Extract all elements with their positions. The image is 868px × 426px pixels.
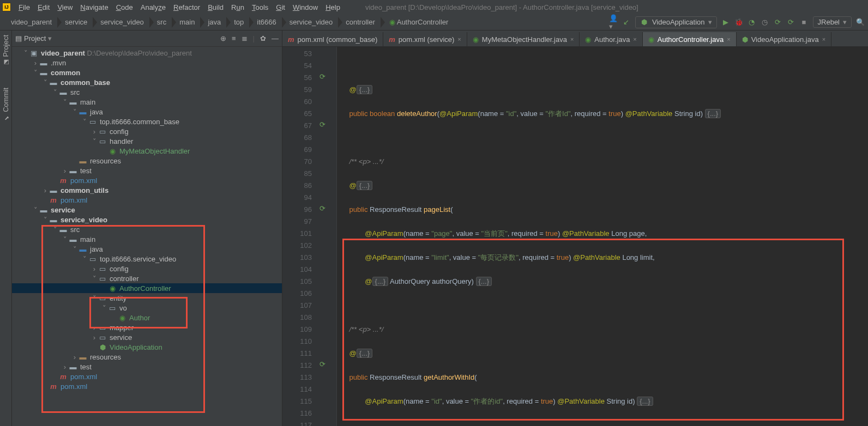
- close-icon[interactable]: ×: [633, 36, 636, 42]
- maven-icon: m: [59, 372, 68, 381]
- folder-icon: ▬: [49, 215, 58, 224]
- fold-bar[interactable]: [329, 47, 337, 426]
- project-panel-title[interactable]: ▤ Project ▾: [15, 34, 52, 42]
- coverage-icon[interactable]: ◔: [748, 18, 756, 27]
- crumb-src[interactable]: src: [149, 15, 172, 30]
- menu-help[interactable]: Help: [322, 2, 343, 13]
- crumb-service[interactable]: service: [57, 15, 93, 30]
- project-tree[interactable]: ˅▣video_parent D:\Develop\IdeaPro\video_…: [12, 47, 282, 426]
- crumb-main[interactable]: main: [172, 15, 200, 30]
- folder-icon: ▬: [59, 88, 68, 96]
- package-icon: ▭: [98, 294, 107, 302]
- window-title: video_parent [D:\Develop\IdeaPro\video_p…: [365, 3, 638, 11]
- menu-window[interactable]: Window: [290, 2, 321, 13]
- tab-pom-common-base[interactable]: mpom.xml (common_base): [282, 32, 383, 46]
- close-icon[interactable]: ×: [822, 36, 825, 42]
- jrebel-label: JRebel: [818, 18, 840, 26]
- crumb-controller[interactable]: controller: [338, 15, 380, 30]
- menu-edit[interactable]: Edit: [34, 2, 53, 13]
- menu-navigate[interactable]: Navigate: [77, 2, 111, 13]
- tool-commit[interactable]: ✔ Commit: [2, 88, 10, 121]
- code-editor[interactable]: 5354565960656768697085869496971011021031…: [282, 47, 868, 426]
- maven-icon: m: [288, 35, 294, 44]
- profile-icon[interactable]: ◷: [761, 18, 769, 27]
- package-icon: ▭: [98, 127, 107, 136]
- module-icon: ▣: [29, 48, 38, 57]
- maven-icon: m: [49, 196, 58, 204]
- chevron-down-icon: ▾: [708, 18, 712, 26]
- menu-code[interactable]: Code: [113, 2, 136, 13]
- menu-file[interactable]: File: [15, 2, 33, 13]
- class-icon: ◉: [473, 35, 479, 44]
- crumb-top[interactable]: top: [226, 15, 249, 30]
- menu-refactor[interactable]: Refactor: [170, 2, 203, 13]
- crumb-it6666[interactable]: it6666: [249, 15, 281, 30]
- run-config-selector[interactable]: ⬢ VideoApplication ▾: [635, 16, 717, 28]
- folder-icon: ▬: [79, 107, 87, 116]
- jrebel-run-icon[interactable]: ⟳: [774, 18, 782, 27]
- code-body[interactable]: @{...} public boolean deleteAuthor(@ApiP…: [337, 47, 868, 426]
- close-icon[interactable]: ×: [570, 36, 574, 42]
- package-icon: ▭: [98, 137, 107, 145]
- run-config-label: VideoApplication: [652, 18, 705, 26]
- folder-icon: ▬: [39, 68, 48, 77]
- project-panel: ▤ Project ▾ ⊕ ≡ ≣ | ✿ — ˅▣video_parent D…: [12, 31, 282, 426]
- tree-selected-file[interactable]: ◉AuthorController: [12, 283, 282, 293]
- crumb-pkg[interactable]: service_video: [282, 15, 339, 30]
- spring-boot-icon: ⬢: [742, 35, 748, 44]
- tab-video-application[interactable]: ⬢VideoApplication.java×: [737, 32, 832, 46]
- hide-icon[interactable]: —: [272, 34, 279, 42]
- close-icon[interactable]: ×: [457, 36, 461, 42]
- spring-boot-icon: ⬢: [640, 18, 649, 27]
- chevron-down-icon: ▾: [843, 18, 847, 26]
- debug-icon[interactable]: 🐞: [734, 18, 743, 27]
- maven-icon: m: [49, 382, 58, 391]
- class-icon: ◉: [108, 284, 117, 293]
- package-icon: ▭: [88, 254, 97, 263]
- collapse-all-icon[interactable]: ≣: [242, 34, 248, 42]
- stop-icon[interactable]: ■: [800, 18, 809, 27]
- package-icon: ▭: [98, 274, 107, 283]
- menu-build[interactable]: Build: [204, 2, 227, 13]
- folder-icon: ▬: [79, 352, 87, 361]
- class-icon: ◉: [648, 35, 654, 44]
- package-icon: ▭: [98, 323, 107, 332]
- project-icon: ▤: [15, 34, 22, 42]
- menu-tools[interactable]: Tools: [249, 2, 272, 13]
- navbar: video_parent service service_video src m…: [0, 14, 868, 31]
- jrebel-selector[interactable]: JRebel ▾: [813, 16, 852, 28]
- crumb-class[interactable]: ◉AuthorController: [381, 15, 454, 30]
- menu-git[interactable]: Git: [273, 2, 288, 13]
- locate-icon[interactable]: ⊕: [220, 34, 226, 42]
- tool-project[interactable]: ◪ Project: [2, 35, 10, 66]
- folder-icon: ▬: [59, 225, 68, 234]
- menu-analyze[interactable]: Analyze: [137, 2, 169, 13]
- class-icon: ◉: [118, 313, 126, 322]
- menu-view[interactable]: View: [54, 2, 76, 13]
- menu-run[interactable]: Run: [228, 2, 248, 13]
- user-icon[interactable]: 👤▾: [609, 18, 618, 27]
- jrebel-debug-icon[interactable]: ⟳: [787, 18, 795, 27]
- search-icon[interactable]: 🔍: [856, 18, 865, 27]
- crumb-root[interactable]: video_parent: [3, 15, 57, 30]
- settings-icon[interactable]: ✿: [260, 34, 266, 42]
- tab-author-controller[interactable]: ◉AuthorController.java×: [643, 32, 737, 46]
- class-icon: ◉: [108, 147, 117, 155]
- tab-pom-service[interactable]: mpom.xml (service)×: [383, 32, 467, 46]
- run-icon[interactable]: ▶: [721, 18, 730, 27]
- folder-icon: ▬: [49, 78, 58, 87]
- expand-all-icon[interactable]: ≡: [232, 34, 236, 42]
- vcs-update-icon[interactable]: ↙: [622, 18, 631, 27]
- tab-mymeta[interactable]: ◉MyMetaObjectHandler.java×: [467, 32, 580, 46]
- crumb-service-video[interactable]: service_video: [93, 15, 149, 30]
- package-icon: ▭: [98, 333, 107, 342]
- close-icon[interactable]: ×: [727, 36, 730, 42]
- tab-author[interactable]: ◉Author.java×: [580, 32, 642, 46]
- package-icon: ▭: [88, 117, 97, 126]
- crumb-java[interactable]: java: [200, 15, 226, 30]
- folder-icon: ▬: [69, 235, 77, 244]
- folder-icon: ▬: [39, 58, 48, 67]
- package-icon: ▭: [108, 303, 117, 312]
- line-numbers: 5354565960656768697085869496971011021031…: [282, 47, 315, 426]
- folder-icon: ▬: [69, 166, 77, 175]
